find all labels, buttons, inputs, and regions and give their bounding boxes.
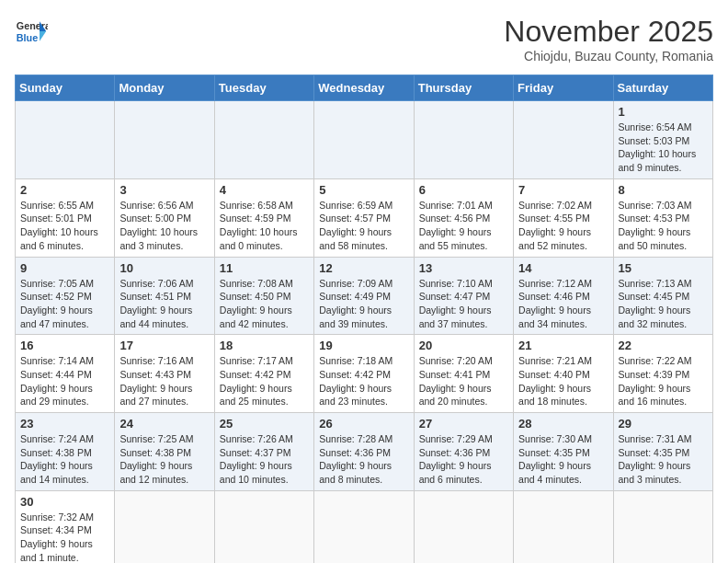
day-info: Sunrise: 7:05 AMSunset: 4:52 PMDaylight:… [20, 277, 109, 331]
day-number: 10 [119, 261, 209, 275]
calendar-day-cell: 12Sunrise: 7:09 AMSunset: 4:49 PMDayligh… [314, 257, 414, 335]
calendar-day-cell [414, 490, 513, 563]
day-number: 26 [319, 417, 408, 431]
logo-icon: General Blue [15, 15, 48, 48]
day-info: Sunrise: 7:30 AMSunset: 4:35 PMDaylight:… [518, 432, 608, 487]
day-info: Sunrise: 6:58 AMSunset: 4:59 PMDaylight:… [220, 199, 309, 253]
day-number: 2 [20, 183, 109, 197]
day-info: Sunrise: 7:01 AMSunset: 4:56 PMDaylight:… [419, 199, 508, 253]
calendar-day-cell: 14Sunrise: 7:12 AMSunset: 4:46 PMDayligh… [514, 257, 613, 335]
day-info: Sunrise: 7:16 AMSunset: 4:43 PMDaylight:… [119, 354, 209, 408]
calendar-table: SundayMondayTuesdayWednesdayThursdayFrid… [15, 75, 713, 563]
day-info: Sunrise: 7:32 AMSunset: 4:34 PMDaylight:… [20, 511, 109, 563]
day-number: 17 [119, 339, 209, 352]
calendar-day-cell: 25Sunrise: 7:26 AMSunset: 4:37 PMDayligh… [214, 413, 313, 491]
calendar-day-cell [613, 490, 712, 563]
day-info: Sunrise: 7:22 AMSunset: 4:39 PMDaylight:… [619, 354, 708, 408]
calendar-day-cell: 30Sunrise: 7:32 AMSunset: 4:34 PMDayligh… [16, 490, 115, 563]
day-info: Sunrise: 7:08 AMSunset: 4:50 PMDaylight:… [220, 277, 309, 331]
day-number: 23 [20, 417, 109, 431]
calendar-day-cell: 29Sunrise: 7:31 AMSunset: 4:35 PMDayligh… [613, 413, 712, 491]
calendar-day-cell: 16Sunrise: 7:14 AMSunset: 4:44 PMDayligh… [16, 335, 115, 413]
svg-text:Blue: Blue [17, 32, 38, 43]
day-info: Sunrise: 6:56 AMSunset: 5:00 PMDaylight:… [119, 199, 209, 253]
calendar-day-cell [115, 101, 214, 179]
day-info: Sunrise: 7:02 AMSunset: 4:55 PMDaylight:… [518, 199, 608, 253]
day-number: 18 [220, 339, 309, 352]
day-number: 24 [119, 417, 209, 431]
calendar-day-cell [514, 490, 613, 563]
calendar-day-cell: 8Sunrise: 7:03 AMSunset: 4:53 PMDaylight… [613, 178, 712, 257]
calendar-day-cell [214, 490, 313, 563]
calendar-week-row: 9Sunrise: 7:05 AMSunset: 4:52 PMDaylight… [16, 257, 713, 335]
day-info: Sunrise: 7:28 AMSunset: 4:36 PMDaylight:… [319, 432, 408, 487]
day-info: Sunrise: 7:12 AMSunset: 4:46 PMDaylight:… [518, 277, 608, 331]
day-number: 22 [619, 339, 708, 352]
day-number: 29 [619, 417, 708, 431]
calendar-week-row: 1Sunrise: 6:54 AMSunset: 5:03 PMDaylight… [16, 101, 713, 179]
day-info: Sunrise: 7:10 AMSunset: 4:47 PMDaylight:… [419, 277, 508, 331]
calendar-day-cell: 17Sunrise: 7:16 AMSunset: 4:43 PMDayligh… [115, 335, 214, 413]
day-info: Sunrise: 7:13 AMSunset: 4:45 PMDaylight:… [619, 277, 708, 331]
day-number: 4 [220, 183, 309, 197]
day-info: Sunrise: 6:55 AMSunset: 5:01 PMDaylight:… [20, 199, 109, 253]
calendar-day-cell: 11Sunrise: 7:08 AMSunset: 4:50 PMDayligh… [214, 257, 313, 335]
calendar-week-row: 23Sunrise: 7:24 AMSunset: 4:38 PMDayligh… [16, 413, 713, 491]
calendar-day-cell [214, 101, 313, 179]
calendar-week-row: 16Sunrise: 7:14 AMSunset: 4:44 PMDayligh… [16, 335, 713, 413]
day-info: Sunrise: 7:31 AMSunset: 4:35 PMDaylight:… [619, 432, 708, 487]
day-number: 12 [319, 261, 408, 275]
day-number: 27 [419, 417, 508, 431]
day-number: 19 [319, 339, 408, 352]
day-number: 25 [220, 417, 309, 431]
day-info: Sunrise: 7:18 AMSunset: 4:42 PMDaylight:… [319, 354, 408, 408]
calendar-day-cell: 1Sunrise: 6:54 AMSunset: 5:03 PMDaylight… [613, 101, 712, 179]
day-number: 28 [518, 417, 608, 431]
page-header: General Blue November 2025 Chiojdu, Buza… [15, 15, 713, 63]
weekday-header: Friday [514, 75, 613, 101]
calendar-day-cell [414, 101, 513, 179]
day-info: Sunrise: 7:17 AMSunset: 4:42 PMDaylight:… [220, 354, 309, 408]
day-info: Sunrise: 7:25 AMSunset: 4:38 PMDaylight:… [119, 432, 209, 487]
calendar-week-row: 2Sunrise: 6:55 AMSunset: 5:01 PMDaylight… [16, 178, 713, 257]
weekday-header: Tuesday [214, 75, 313, 101]
day-number: 15 [619, 261, 708, 275]
day-number: 5 [319, 183, 408, 197]
day-info: Sunrise: 6:59 AMSunset: 4:57 PMDaylight:… [319, 199, 408, 253]
calendar-week-row: 30Sunrise: 7:32 AMSunset: 4:34 PMDayligh… [16, 490, 713, 563]
day-info: Sunrise: 6:54 AMSunset: 5:03 PMDaylight:… [619, 121, 708, 175]
calendar-day-cell: 6Sunrise: 7:01 AMSunset: 4:56 PMDaylight… [414, 178, 513, 257]
calendar-day-cell [314, 101, 414, 179]
svg-marker-3 [40, 31, 46, 41]
calendar-day-cell: 7Sunrise: 7:02 AMSunset: 4:55 PMDaylight… [514, 178, 613, 257]
calendar-day-cell: 3Sunrise: 6:56 AMSunset: 5:00 PMDaylight… [115, 178, 214, 257]
calendar-day-cell: 20Sunrise: 7:20 AMSunset: 4:41 PMDayligh… [414, 335, 513, 413]
calendar-day-cell [314, 490, 414, 563]
day-info: Sunrise: 7:06 AMSunset: 4:51 PMDaylight:… [119, 277, 209, 331]
weekday-header: Sunday [16, 75, 115, 101]
calendar-day-cell: 26Sunrise: 7:28 AMSunset: 4:36 PMDayligh… [314, 413, 414, 491]
day-number: 13 [419, 261, 508, 275]
day-number: 8 [619, 183, 708, 197]
calendar-day-cell: 10Sunrise: 7:06 AMSunset: 4:51 PMDayligh… [115, 257, 214, 335]
day-number: 7 [518, 183, 608, 197]
calendar-day-cell: 27Sunrise: 7:29 AMSunset: 4:36 PMDayligh… [414, 413, 513, 491]
calendar-day-cell: 9Sunrise: 7:05 AMSunset: 4:52 PMDaylight… [16, 257, 115, 335]
day-number: 30 [20, 495, 109, 509]
day-info: Sunrise: 7:24 AMSunset: 4:38 PMDaylight:… [20, 432, 109, 487]
calendar-day-cell: 4Sunrise: 6:58 AMSunset: 4:59 PMDaylight… [214, 178, 313, 257]
calendar-day-cell: 2Sunrise: 6:55 AMSunset: 5:01 PMDaylight… [16, 178, 115, 257]
month-title: November 2025 [504, 15, 713, 49]
calendar-day-cell: 5Sunrise: 6:59 AMSunset: 4:57 PMDaylight… [314, 178, 414, 257]
day-number: 9 [20, 261, 109, 275]
weekday-header-row: SundayMondayTuesdayWednesdayThursdayFrid… [16, 75, 713, 101]
day-info: Sunrise: 7:14 AMSunset: 4:44 PMDaylight:… [20, 354, 109, 408]
weekday-header: Thursday [414, 75, 513, 101]
day-info: Sunrise: 7:20 AMSunset: 4:41 PMDaylight:… [419, 354, 508, 408]
calendar-day-cell: 21Sunrise: 7:21 AMSunset: 4:40 PMDayligh… [514, 335, 613, 413]
day-info: Sunrise: 7:29 AMSunset: 4:36 PMDaylight:… [419, 432, 508, 487]
calendar-day-cell: 15Sunrise: 7:13 AMSunset: 4:45 PMDayligh… [613, 257, 712, 335]
day-number: 21 [518, 339, 608, 352]
day-info: Sunrise: 7:26 AMSunset: 4:37 PMDaylight:… [220, 432, 309, 487]
weekday-header: Monday [115, 75, 214, 101]
